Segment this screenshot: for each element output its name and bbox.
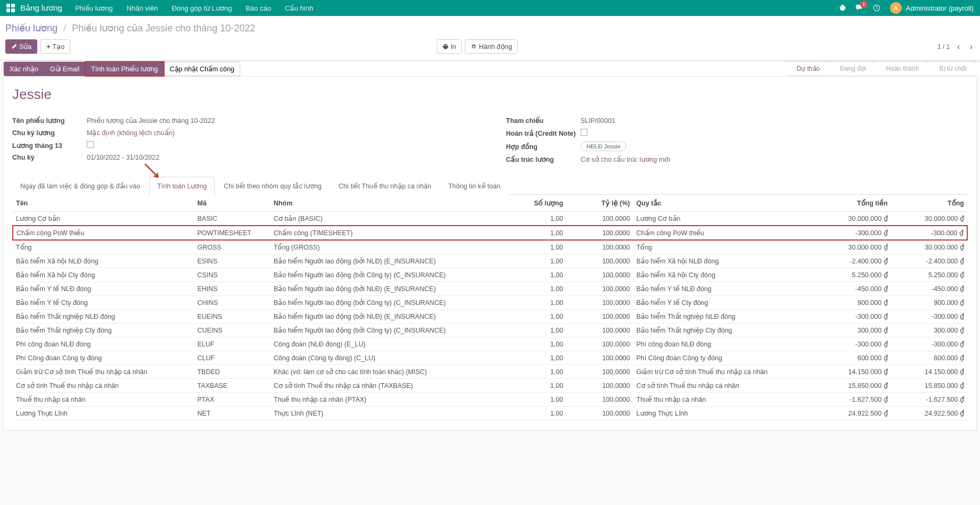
cell-amount: -1.627.500 ₫	[814, 393, 891, 407]
status-done[interactable]: Hoàn thành	[876, 61, 929, 76]
th-qty[interactable]: Số lượng	[509, 195, 567, 212]
table-row[interactable]: Lương Thực LĩnhNETThực Lĩnh (NET)1,00100…	[13, 407, 967, 420]
cell-qty: 1,00	[509, 324, 567, 337]
action-button[interactable]: Hành động	[465, 39, 518, 54]
checkbox-month13[interactable]	[87, 141, 94, 148]
tag-contract[interactable]: HĐLĐ Jessie	[581, 142, 626, 151]
tab-worked-days[interactable]: Ngày đã làm việc & đóng góp & đầu vào	[12, 177, 148, 195]
cell-rate: 100,0000	[566, 282, 633, 296]
table-row[interactable]: TổngGROSSTổng (GROSS)1,00100,0000Tổng30.…	[13, 240, 967, 254]
status-waiting[interactable]: Đang đợi	[829, 61, 875, 76]
cell-qty: 1,00	[509, 296, 567, 310]
cell-name: Phí Công đoàn Công ty đóng	[13, 351, 194, 365]
cell-total: -300.000 ₫	[891, 337, 967, 351]
table-row[interactable]: Bảo hiểm Y tế NLĐ đóngEHINSBảo hiểm Ngườ…	[13, 282, 967, 296]
status-rejected[interactable]: Bị từ chối	[929, 61, 976, 76]
table-row[interactable]: Lương Cơ bảnBASICCơ bản (BASIC)1,00100,0…	[13, 212, 967, 226]
cell-name: Thuế thu nhập cá nhân	[13, 393, 194, 407]
cell-rule: Cơ sở tính Thuế thu nhập cá nhân	[633, 379, 814, 393]
cell-qty: 1,00	[509, 365, 567, 379]
table-row[interactable]: Bảo hiểm Xã hội NLĐ đóngESINSBảo hiểm Ng…	[13, 254, 967, 268]
pager-next[interactable]: ›	[968, 41, 975, 53]
cell-rule: Thuế thu nhập cá nhân	[633, 393, 814, 407]
cell-amount: 300.000 ₫	[814, 324, 891, 337]
status-draft[interactable]: Dự thảo	[786, 61, 830, 76]
cell-name: Phí công đoàn NLĐ đóng	[13, 337, 194, 351]
table-row[interactable]: Bảo hiểm Thất nghiệp NLĐ đóngEUEINSBảo h…	[13, 310, 967, 324]
th-rule[interactable]: Quy tắc	[633, 195, 814, 212]
cell-amount: 15.850.000 ₫	[814, 379, 891, 393]
th-name[interactable]: Tên	[13, 195, 194, 212]
top-nav: Bảng lương Phiếu lương Nhân viên Đóng gó…	[0, 0, 980, 16]
cell-code: TAXBASE	[194, 379, 270, 393]
cell-amount: 30.000.000 ₫	[814, 212, 891, 226]
control-bar: Sửa + Tạo In Hành động 1 / 1 ‹ ›	[0, 39, 980, 61]
table-row[interactable]: Giảm trừ Cơ sở tính Thuế thu nhập cá nhâ…	[13, 365, 967, 379]
value-cycle[interactable]: Mặc định (không lệch chuẩn)	[87, 129, 474, 137]
table-row[interactable]: Chấm công PoW thiếuPOWTIMESHEETChấm công…	[13, 226, 967, 240]
tab-rule-groups[interactable]: Chi tiết theo nhóm quy tắc lương	[216, 177, 329, 195]
th-group[interactable]: Nhóm	[271, 195, 509, 212]
cell-code: PTAX	[194, 393, 270, 407]
print-button[interactable]: In	[437, 39, 462, 54]
breadcrumb-root[interactable]: Phiếu lương	[5, 23, 58, 34]
cell-amount: 24.922.500 ₫	[814, 407, 891, 420]
menu-item-config[interactable]: Cấu hình	[285, 4, 314, 12]
table-row[interactable]: Bảo hiểm Thất nghiệp Cty đóngCUEINSBảo h…	[13, 324, 967, 337]
cell-rate: 100,0000	[566, 254, 633, 268]
tab-tax-detail[interactable]: Chi tiết Thuế thu nhập cá nhân	[331, 177, 439, 195]
cell-rate: 100,0000	[566, 407, 633, 420]
compute-payslip-button[interactable]: Tính toán Phiếu lương	[85, 62, 164, 76]
table-row[interactable]: Phí Công đoàn Công ty đóngCLUFCông đoàn …	[13, 351, 967, 365]
cell-qty: 1,00	[509, 240, 567, 254]
table-row[interactable]: Phí công đoàn NLĐ đóngELUFCông đoàn (NLĐ…	[13, 337, 967, 351]
table-row[interactable]: Bảo hiểm Y tế Cty đóngCHINSBảo hiểm Ngườ…	[13, 296, 967, 310]
menu-item-contributions[interactable]: Đóng góp từ Lương	[172, 4, 232, 12]
cell-code: BASIC	[194, 212, 270, 226]
update-attendance-button[interactable]: Cập nhật Chấm công	[164, 62, 240, 76]
bug-icon[interactable]	[839, 4, 846, 12]
plus-icon: +	[46, 43, 50, 51]
form-sheet: Xác nhận Gửi Email Tính toán Phiếu lương…	[3, 61, 977, 431]
table-row[interactable]: Bảo hiểm Xã hội Cty đóngCSINSBảo hiểm Ng…	[13, 268, 967, 282]
cell-group: Bảo hiểm Người lao động (bởi Công ty) (C…	[271, 324, 509, 337]
cell-rule: Phí công đoàn NLĐ đóng	[633, 337, 814, 351]
messages-icon[interactable]: 1	[856, 4, 863, 13]
tab-accounting[interactable]: Thông tin kế toán	[440, 177, 509, 195]
table-row[interactable]: Thuế thu nhập cá nhânPTAXThuế thu nhập c…	[13, 393, 967, 407]
menu-item-reports[interactable]: Báo cáo	[246, 4, 271, 12]
breadcrumb-bar: Phiếu lương / Phiếu lương của Jessie cho…	[0, 16, 980, 39]
tab-computation[interactable]: Tính toán Lương	[149, 177, 215, 195]
menu-item-payslips[interactable]: Phiếu lương	[75, 4, 113, 12]
checkbox-credit-note[interactable]	[581, 129, 587, 136]
cell-rule: Lương Thực Lĩnh	[633, 407, 814, 420]
create-button[interactable]: + Tạo	[40, 39, 70, 54]
value-structure[interactable]: Cơ sở cho cấu trúc lương mới	[581, 155, 968, 163]
th-rate[interactable]: Tỷ lệ (%)	[566, 195, 633, 212]
label-credit-note: Hoàn trả (Credit Note)	[506, 129, 581, 137]
cell-code: ESINS	[194, 254, 270, 268]
table-row[interactable]: Cơ sở tính Thuế thu nhập cá nhânTAXBASEC…	[13, 379, 967, 393]
cell-amount: -2.400.000 ₫	[814, 254, 891, 268]
th-code[interactable]: Mã	[194, 195, 270, 212]
label-contract: Hợp đồng	[506, 143, 581, 151]
cell-rule: Bảo hiểm Xã hội Cty đóng	[633, 268, 814, 282]
apps-icon[interactable]	[6, 4, 15, 12]
breadcrumb-current: Phiếu lương của Jessie cho tháng 10-2022	[72, 23, 255, 34]
edit-button[interactable]: Sửa	[5, 39, 37, 54]
cell-qty: 1,00	[509, 282, 567, 296]
menu-item-employees[interactable]: Nhân viên	[127, 4, 158, 12]
confirm-button[interactable]: Xác nhận	[4, 62, 44, 76]
label-period: Chu kỳ	[12, 154, 87, 161]
send-email-button[interactable]: Gửi Email	[44, 62, 85, 76]
th-amount[interactable]: Tổng tiền	[814, 195, 891, 212]
user-menu[interactable]: A Administrator (payroll)	[890, 2, 974, 14]
clock-icon[interactable]	[873, 4, 880, 12]
pager-prev[interactable]: ‹	[955, 41, 962, 53]
cell-amount: -300.000 ₫	[814, 226, 891, 240]
cell-code: GROSS	[194, 240, 270, 254]
cell-group: Bảo hiểm Người lao động (bởi Công ty) (C…	[271, 296, 509, 310]
cell-qty: 1,00	[509, 212, 567, 226]
th-total[interactable]: Tổng	[891, 195, 967, 212]
cell-code: CHINS	[194, 296, 270, 310]
